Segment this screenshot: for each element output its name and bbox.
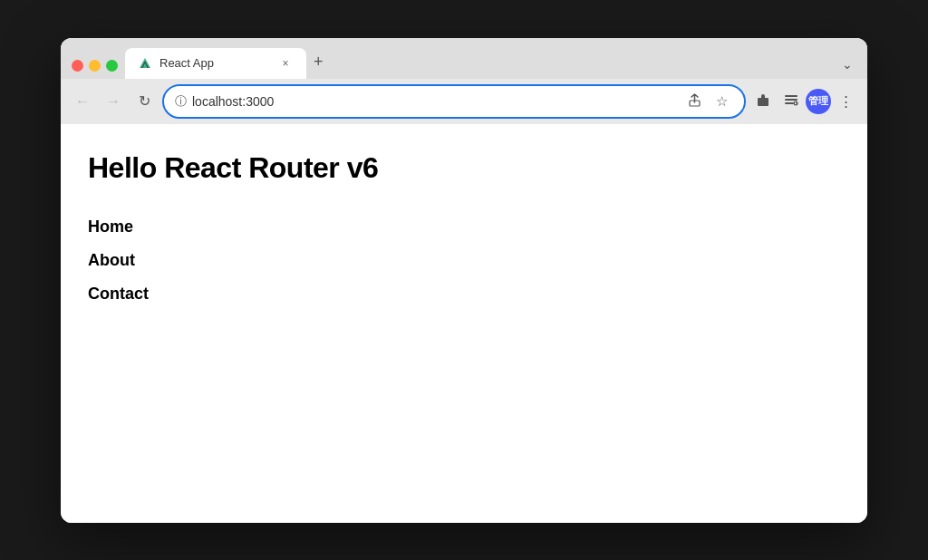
title-bar: React App × + ⌄ ← → ↻ ⓘ [61, 38, 867, 124]
active-tab[interactable]: React App × [125, 48, 306, 79]
tab-favicon [138, 56, 152, 71]
url-input[interactable] [192, 94, 677, 109]
address-bar-row: ← → ↻ ⓘ [61, 79, 867, 124]
bookmark-icon: ☆ [716, 93, 728, 110]
bookmark-button[interactable]: ☆ [710, 90, 733, 113]
reload-icon: ↻ [139, 92, 150, 110]
nav-links: Home About Contact [88, 210, 840, 311]
browser-window: React App × + ⌄ ← → ↻ ⓘ [61, 38, 867, 523]
media-icon [784, 92, 798, 110]
maximize-button[interactable] [106, 60, 118, 72]
tab-close-button[interactable]: × [277, 55, 294, 72]
security-icon: ⓘ [175, 93, 187, 110]
svg-rect-4 [785, 95, 798, 97]
forward-button[interactable]: → [101, 89, 126, 114]
tab-bar: React App × + ⌄ [61, 38, 867, 79]
minimize-button[interactable] [89, 60, 101, 72]
svg-rect-5 [785, 99, 798, 101]
close-button[interactable] [72, 60, 83, 72]
tab-list-button[interactable]: ⌄ [835, 50, 860, 79]
nav-link-about[interactable]: About [88, 244, 840, 277]
back-icon: ← [75, 93, 90, 110]
share-button[interactable] [682, 90, 706, 113]
forward-icon: → [106, 93, 121, 110]
more-icon: ⋮ [839, 93, 853, 110]
svg-rect-6 [785, 102, 794, 104]
extensions-icon [757, 92, 771, 110]
extensions-button[interactable] [751, 89, 777, 114]
address-bar[interactable]: ⓘ ☆ [162, 84, 746, 119]
profile-label: 管理 [808, 94, 828, 108]
share-icon [688, 93, 701, 110]
more-button[interactable]: ⋮ [833, 89, 858, 114]
new-tab-button[interactable]: + [306, 45, 331, 79]
address-actions: ☆ [682, 90, 733, 113]
profile-button[interactable]: 管理 [806, 89, 831, 114]
reload-button[interactable]: ↻ [131, 89, 157, 114]
nav-link-contact[interactable]: Contact [88, 277, 840, 311]
window-controls [68, 60, 125, 79]
page-heading: Hello React Router v6 [88, 151, 840, 185]
toolbar-actions: 管理 ⋮ [751, 89, 858, 114]
nav-link-home[interactable]: Home [88, 210, 840, 244]
back-button[interactable]: ← [70, 89, 95, 114]
page-content: Hello React Router v6 Home About Contact [61, 124, 867, 523]
tab-title: React App [160, 56, 270, 70]
media-button[interactable] [778, 89, 804, 114]
